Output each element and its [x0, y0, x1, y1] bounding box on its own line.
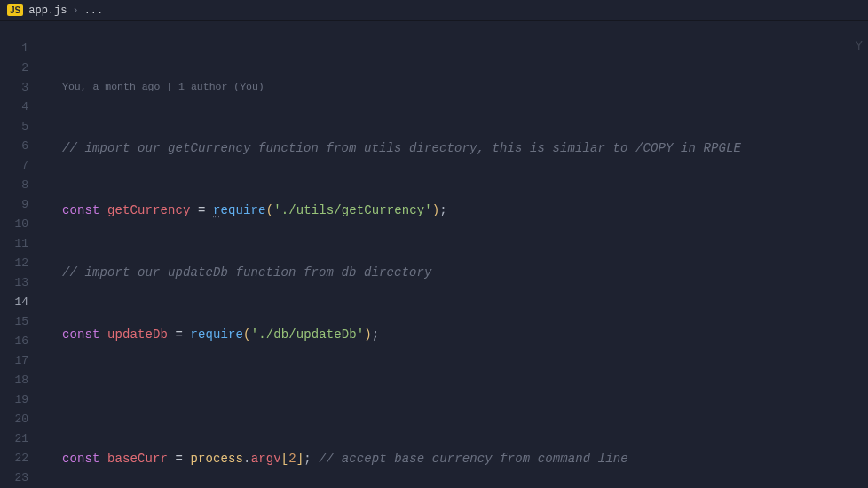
line-number[interactable]: 6 — [0, 137, 41, 156]
code-line[interactable]: const updateDb = require('./db/updateDb'… — [62, 325, 868, 344]
code-editor[interactable]: 1234567891011121314151617181920212223 Y … — [0, 21, 868, 488]
ghost-text: Y — [856, 39, 863, 53]
line-number[interactable]: 14 — [0, 293, 41, 312]
line-number[interactable]: 16 — [0, 332, 41, 351]
line-number[interactable]: 1 — [0, 39, 41, 59]
line-number[interactable]: 20 — [0, 410, 41, 429]
line-number[interactable]: 19 — [0, 390, 41, 410]
line-number[interactable]: 18 — [0, 371, 41, 390]
code-line[interactable] — [62, 387, 868, 406]
line-number[interactable]: 3 — [0, 78, 41, 98]
line-number-gutter[interactable]: 1234567891011121314151617181920212223 — [0, 21, 41, 488]
line-number[interactable]: 21 — [0, 429, 41, 449]
line-number[interactable]: 10 — [0, 215, 41, 234]
line-number[interactable]: 5 — [0, 117, 41, 137]
line-number[interactable]: 17 — [0, 351, 41, 371]
breadcrumb-file[interactable]: app.js — [28, 4, 67, 17]
line-number[interactable]: 11 — [0, 234, 41, 254]
line-number[interactable]: 15 — [0, 312, 41, 332]
breadcrumb[interactable]: JS app.js › ... — [0, 0, 868, 21]
line-number[interactable]: 9 — [0, 195, 41, 215]
line-number[interactable]: 22 — [0, 449, 41, 468]
code-area[interactable]: Y You, a month ago | 1 author (You) // i… — [41, 21, 868, 488]
code-line[interactable]: const getCurrency = require('./utils/get… — [62, 201, 868, 220]
line-number[interactable]: 12 — [0, 254, 41, 273]
code-line[interactable]: const baseCurr = process.argv[2]; // acc… — [62, 449, 868, 468]
js-file-icon: JS — [7, 4, 23, 16]
line-number[interactable]: 7 — [0, 156, 41, 176]
line-number[interactable]: 13 — [0, 273, 41, 293]
line-number[interactable]: 23 — [0, 468, 41, 488]
code-line[interactable]: // import our updateDb function from db … — [62, 263, 868, 282]
comment: // import our getCurrency function from … — [62, 141, 741, 155]
code-line[interactable]: // import our getCurrency function from … — [62, 138, 868, 158]
codelens[interactable]: You, a month ago | 1 author (You) — [62, 78, 868, 96]
line-number[interactable]: 8 — [0, 176, 41, 195]
line-number[interactable]: 4 — [0, 98, 41, 117]
chevron-right-icon: › — [72, 4, 78, 17]
breadcrumb-ellipsis[interactable]: ... — [84, 4, 104, 17]
line-number[interactable]: 2 — [0, 59, 41, 78]
